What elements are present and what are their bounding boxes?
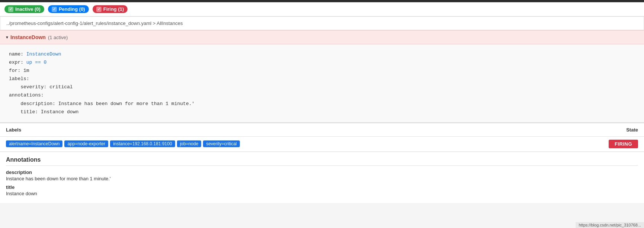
annotations-title: Annotations [6, 156, 638, 166]
rule-line-severity: severity: critical [9, 83, 635, 91]
inactive-filter[interactable]: ✓ Inactive (0) [4, 5, 44, 13]
rule-group-count: (1 active) [48, 35, 68, 40]
chevron-icon: ▾ [6, 35, 8, 40]
annotations-section: Annotations description Instance has bee… [0, 152, 644, 203]
rule-group-name: InstanceDown [10, 34, 46, 40]
state-badge: FIRING [609, 140, 638, 148]
inactive-check-icon: ✓ [8, 7, 13, 12]
rule-line-title: title: Instance down [9, 108, 635, 116]
rule-detail: name: InstanceDown expr: up == 0 for: 1m… [0, 44, 644, 123]
pending-filter[interactable]: ✓ Pending (0) [48, 5, 89, 13]
table-header: Labels State [0, 123, 644, 137]
firing-check-icon: ✓ [96, 7, 102, 12]
annotation-value-title: Instance down [6, 191, 638, 196]
annotation-value-description: Instance has been down for more than 1 m… [6, 176, 638, 181]
annotation-description: description Instance has been down for m… [6, 170, 638, 181]
state-header: State [626, 127, 638, 133]
rule-line-expr: expr: up == 0 [9, 58, 635, 67]
rule-group-header[interactable]: ▾ InstanceDown (1 active) [0, 30, 644, 44]
label-tag-instance[interactable]: instance=192.168.0.181:9100 [110, 140, 175, 147]
rule-line-annotations: annotations: [9, 91, 635, 99]
filter-bar: ✓ Inactive (0) ✓ Pending (0) ✓ Firing (1… [0, 2, 644, 16]
firing-filter[interactable]: ✓ Firing (1) [93, 5, 128, 13]
annotation-key-description: description [6, 170, 638, 175]
firing-label: Firing (1) [103, 6, 124, 12]
label-tag-app[interactable]: app=node-exporter [64, 140, 108, 147]
pending-check-icon: ✓ [52, 7, 57, 12]
label-tag-alertname[interactable]: alertname=InstanceDown [6, 140, 62, 147]
breadcrumb-text: ../prometheus-configs/alert-config-1/ale… [6, 20, 183, 26]
label-tag-severity[interactable]: severity=critical [203, 140, 239, 147]
annotation-key-title: title [6, 184, 638, 190]
rule-line-for: for: 1m [9, 67, 635, 75]
table-row: alertname=InstanceDown app=node-exporter… [0, 137, 644, 152]
inactive-label: Inactive (0) [15, 6, 41, 12]
pending-label: Pending (0) [59, 6, 85, 12]
rule-line-description: description: Instance has been down for … [9, 100, 635, 108]
breadcrumb: ../prometheus-configs/alert-config-1/ale… [0, 16, 644, 30]
alerts-table: Labels State alertname=InstanceDown app=… [0, 123, 644, 152]
annotation-title: title Instance down [6, 184, 638, 196]
labels-header: Labels [6, 127, 21, 133]
rule-line-name: name: InstanceDown [9, 50, 635, 58]
label-tag-job[interactable]: job=node [177, 140, 202, 147]
labels-cell: alertname=InstanceDown app=node-exporter… [6, 140, 240, 147]
rule-line-labels: labels: [9, 75, 635, 83]
